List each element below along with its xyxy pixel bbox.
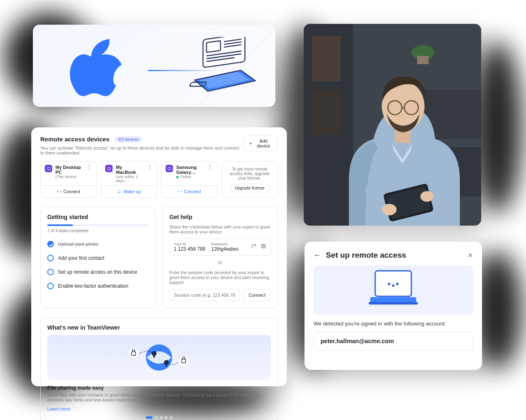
upgrade-text: To get more remote access slots, upgrade… bbox=[226, 167, 273, 180]
device-meta: (This device) bbox=[55, 175, 83, 179]
upgrade-license-button[interactable]: Upgrade license bbox=[230, 184, 269, 192]
password-value: 12thg4wdws bbox=[211, 246, 239, 252]
dialog-account: peter.hallman@acme.com bbox=[314, 332, 473, 351]
task-label: Enable two-factor authentication bbox=[58, 283, 128, 289]
svg-rect-23 bbox=[153, 353, 155, 358]
svg-point-45 bbox=[382, 204, 397, 215]
password-label: Password bbox=[211, 242, 239, 246]
get-help-panel: Get help Share the credentials below wit… bbox=[162, 207, 278, 308]
svg-rect-20 bbox=[261, 244, 264, 247]
svg-rect-13 bbox=[47, 167, 50, 169]
device-name: Samsung Galaxy… bbox=[176, 165, 204, 175]
check-empty-icon bbox=[47, 269, 54, 275]
devices-heading: Remote access devices bbox=[40, 136, 109, 143]
task-label: Upload your photo bbox=[58, 241, 98, 247]
news-item-title: File sharing made easy bbox=[47, 385, 271, 391]
task-label: Set up remote access on this device bbox=[58, 269, 137, 275]
task-item[interactable]: Add your first contact bbox=[47, 251, 149, 265]
svg-rect-15 bbox=[107, 167, 110, 169]
svg-rect-51 bbox=[370, 297, 416, 303]
session-code-input[interactable] bbox=[169, 289, 240, 301]
news-item-body: Share files with your contacts or grant … bbox=[47, 392, 271, 402]
get-help-enter-text: Enter the session code provided by your … bbox=[169, 270, 271, 285]
device-more-icon[interactable]: ⋮ bbox=[147, 165, 152, 169]
svg-point-50 bbox=[396, 283, 399, 285]
refresh-icon[interactable] bbox=[251, 243, 256, 251]
device-card[interactable]: My MacBookLast online: 2 days…⋮Wake up bbox=[101, 161, 157, 198]
get-help-title: Get help bbox=[169, 214, 271, 220]
devices-grid: My Desktop PC(This device)⋮ConnectMy Mac… bbox=[40, 161, 278, 198]
add-device-label: Add device bbox=[254, 138, 272, 148]
progress-text: 1 of 4 tasks completed bbox=[47, 228, 149, 233]
devices-subtitle: You can activate "Remote access" on up t… bbox=[40, 145, 244, 155]
svg-rect-17 bbox=[168, 167, 171, 169]
svg-rect-32 bbox=[312, 36, 341, 81]
device-card[interactable]: My Desktop PC(This device)⋮Connect bbox=[40, 161, 97, 198]
device-action[interactable]: Wake up bbox=[101, 185, 157, 197]
getting-started-title: Getting started bbox=[47, 214, 149, 220]
dialog-illustration bbox=[314, 265, 473, 315]
task-item[interactable]: Enable two-factor authentication bbox=[47, 279, 149, 293]
plus-icon: + bbox=[249, 141, 251, 146]
carousel-dots[interactable] bbox=[47, 416, 271, 419]
device-icon bbox=[166, 165, 173, 172]
hero-banner bbox=[33, 25, 275, 107]
svg-rect-33 bbox=[312, 90, 341, 135]
apple-icon bbox=[70, 39, 127, 101]
dashboard-card: Remote access devices 3/3 devices You ca… bbox=[31, 127, 287, 386]
svg-rect-52 bbox=[369, 302, 418, 305]
get-help-share-text: Share the credentials below with your ex… bbox=[169, 224, 271, 234]
device-meta: Last online: 2 days… bbox=[116, 175, 143, 183]
whats-new-heading: What's new in TeamViewer bbox=[47, 324, 271, 331]
device-name: My Desktop PC bbox=[55, 165, 83, 175]
device-name: My MacBook bbox=[116, 165, 143, 175]
news-learn-more-link[interactable]: Learn more bbox=[47, 406, 70, 411]
check-empty-icon bbox=[47, 255, 54, 261]
your-id-label: Your ID bbox=[174, 242, 205, 246]
dialog-title: Set up remote access bbox=[326, 251, 406, 260]
your-id-value: 1 123 456 789 bbox=[174, 246, 205, 252]
svg-rect-19 bbox=[263, 245, 265, 248]
or-divider: Or bbox=[169, 261, 271, 265]
back-arrow-icon[interactable]: ← bbox=[314, 251, 321, 260]
svg-rect-37 bbox=[417, 56, 429, 64]
add-device-button[interactable]: + Add device bbox=[244, 136, 278, 151]
copy-icon[interactable] bbox=[261, 243, 266, 251]
device-meta: Online bbox=[176, 175, 204, 179]
whats-new-illustration bbox=[47, 335, 271, 380]
user-photo bbox=[304, 24, 481, 226]
device-action[interactable]: Connect bbox=[161, 185, 217, 197]
upgrade-card: To get more remote access slots, upgrade… bbox=[221, 161, 278, 198]
device-more-icon[interactable]: ⋮ bbox=[86, 165, 92, 169]
svg-point-49 bbox=[392, 284, 394, 287]
dialog-message: We detected you're signed in with the fo… bbox=[314, 321, 473, 327]
session-connect-button[interactable]: Connect bbox=[243, 289, 271, 301]
svg-rect-25 bbox=[166, 362, 167, 367]
check-done-icon bbox=[47, 241, 54, 247]
check-empty-icon bbox=[47, 283, 54, 289]
laptop-icon bbox=[189, 37, 259, 99]
device-more-icon[interactable]: ⋮ bbox=[207, 165, 213, 169]
svg-point-48 bbox=[388, 283, 390, 285]
credentials-box: Your ID 1 123 456 789 Password 12thg4wdw… bbox=[169, 238, 271, 256]
getting-started-panel: Getting started 1 of 4 tasks completed U… bbox=[40, 207, 156, 308]
devices-count-badge: 3/3 devices bbox=[115, 136, 142, 143]
device-card[interactable]: Samsung Galaxy…Online⋮Connect bbox=[161, 161, 217, 198]
progress-bar bbox=[47, 224, 149, 226]
setup-dialog: ← Set up remote access ✕ We detected you… bbox=[305, 242, 482, 370]
whats-new-panel: What's new in TeamViewer File sharing ma… bbox=[40, 317, 278, 420]
task-label: Add your first contact bbox=[58, 255, 104, 261]
device-action[interactable]: Connect bbox=[41, 185, 96, 197]
task-item[interactable]: Set up remote access on this device bbox=[47, 265, 149, 279]
close-icon[interactable]: ✕ bbox=[468, 252, 473, 259]
task-item[interactable]: Upload your photo bbox=[47, 237, 149, 251]
task-list: Upload your photoAdd your first contactS… bbox=[47, 237, 149, 293]
device-icon bbox=[105, 165, 113, 172]
svg-point-46 bbox=[420, 191, 434, 202]
device-icon bbox=[45, 165, 52, 172]
svg-rect-47 bbox=[375, 271, 411, 296]
